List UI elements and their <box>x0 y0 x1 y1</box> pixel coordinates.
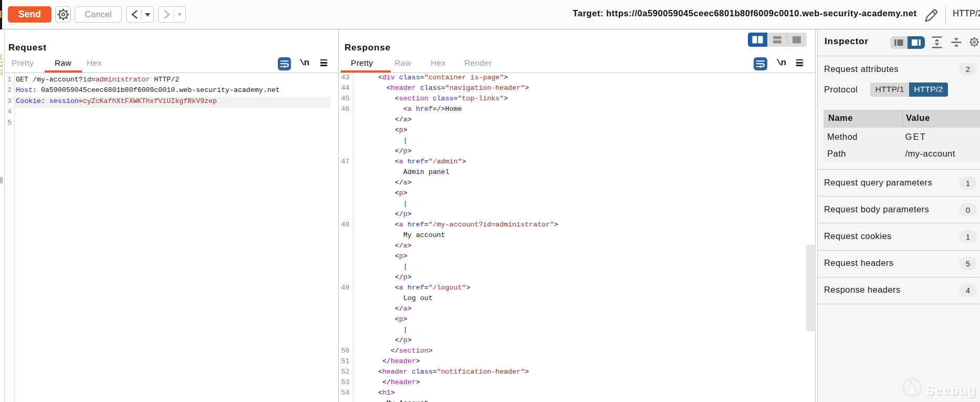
svg-text:Seebug: Seebug <box>925 383 976 397</box>
